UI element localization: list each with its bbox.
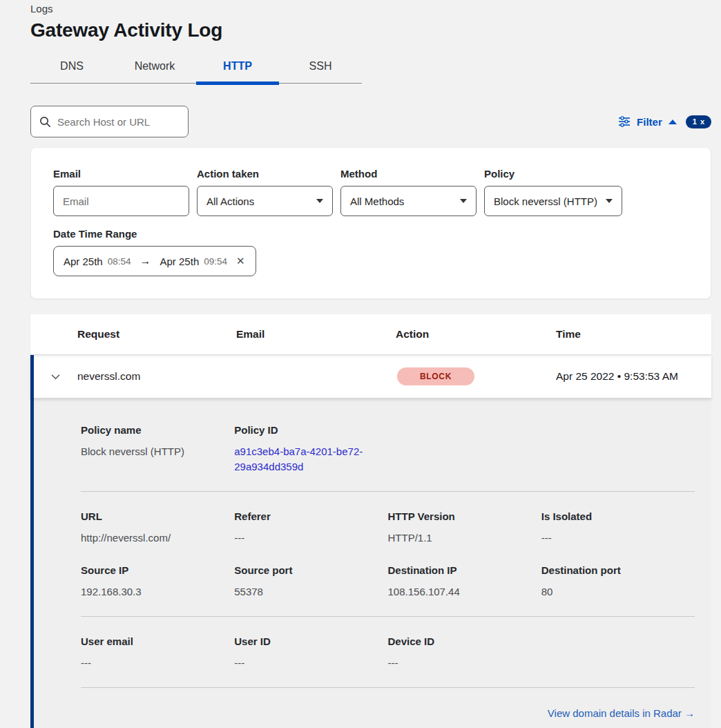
detail-field-is-isolated: Is Isolated--- xyxy=(541,510,695,546)
section-divider xyxy=(81,491,695,492)
filter-clear[interactable]: x xyxy=(700,117,704,126)
detail-value: 108.156.107.44 xyxy=(388,584,541,600)
detail-label: Source port xyxy=(234,564,387,576)
search-icon xyxy=(39,116,51,128)
radar-link[interactable]: View domain details in Radar → xyxy=(548,707,695,719)
policy-select[interactable]: Block neverssl (HTTP) xyxy=(484,186,622,216)
detail-field-user-email: User email--- xyxy=(81,635,234,671)
detail-label: Policy ID xyxy=(234,424,387,436)
detail-value: 80 xyxy=(541,584,695,600)
detail-value: --- xyxy=(541,530,695,546)
select-value: All Actions xyxy=(206,195,254,207)
page-title: Gateway Activity Log xyxy=(30,19,711,41)
detail-field-referer: Referer--- xyxy=(234,510,387,546)
filter-field-policy: PolicyBlock neverssl (HTTP) xyxy=(484,168,622,216)
date-range-label: Date Time Range xyxy=(53,228,689,240)
detail-value: Block neverssl (HTTP) xyxy=(81,444,234,459)
filter-field-email: Email xyxy=(53,168,189,216)
filter-toggle-button[interactable]: Filter 1 x xyxy=(618,115,711,128)
tab-network[interactable]: Network xyxy=(113,51,196,83)
detail-field-source-port: Source port55378 xyxy=(234,564,387,600)
date-range-field: Date Time Range Apr 25th 08:54 → Apr 25t… xyxy=(53,228,689,276)
email-field[interactable] xyxy=(63,195,180,207)
detail-value: 55378 xyxy=(234,584,387,600)
filter-panel: EmailAction takenAll ActionsMethodAll Me… xyxy=(30,147,711,299)
start-date[interactable]: Apr 25th xyxy=(64,256,103,267)
column-header-email: Email xyxy=(236,328,396,341)
detail-field-policy-id: Policy IDa91c3eb4-ba7a-4201-be72-29a934d… xyxy=(234,424,387,475)
detail-label: Source IP xyxy=(81,564,234,576)
detail-section: Policy nameBlock neverssl (HTTP)Policy I… xyxy=(81,424,695,475)
detail-label: Device ID xyxy=(388,635,541,647)
detail-value: --- xyxy=(388,655,541,671)
detail-field-destination-port: Destination port80 xyxy=(541,564,695,600)
detail-field-policy-name: Policy nameBlock neverssl (HTTP) xyxy=(81,424,234,475)
clear-date-range-icon[interactable]: ✕ xyxy=(236,255,245,267)
detail-value: 192.168.30.3 xyxy=(81,584,234,600)
select-value: Block neverssl (HTTP) xyxy=(494,195,597,207)
column-header-time: Time xyxy=(556,328,711,341)
detail-label: Is Isolated xyxy=(541,510,695,522)
detail-label: URL xyxy=(81,510,234,522)
detail-label: Destination port xyxy=(541,564,695,576)
request-host[interactable]: neverssl.com xyxy=(77,370,140,382)
filter-field-method: MethodAll Methods xyxy=(340,168,477,216)
detail-value: HTTP/1.1 xyxy=(388,530,541,546)
collapse-caret-icon[interactable] xyxy=(669,119,677,124)
radar-link-row: View domain details in Radar → xyxy=(81,707,695,720)
end-time[interactable]: 09:54 xyxy=(204,256,227,267)
filter-fields-row: EmailAction takenAll ActionsMethodAll Me… xyxy=(53,168,689,216)
chevron-down-icon xyxy=(316,199,323,203)
date-range-picker[interactable]: Apr 25th 08:54 → Apr 25th 09:54 ✕ xyxy=(53,246,256,276)
table-row[interactable]: neverssl.com BLOCK Apr 25 2022 • 9:53:53… xyxy=(30,355,711,398)
start-time[interactable]: 08:54 xyxy=(108,256,131,267)
chevron-down-icon xyxy=(460,199,467,203)
field-label: Action taken xyxy=(197,168,333,180)
filter-count-badge[interactable]: 1 x xyxy=(686,115,711,128)
section-divider xyxy=(81,687,695,688)
field-label: Policy xyxy=(484,168,622,180)
chevron-down-icon xyxy=(606,199,613,203)
range-arrow-icon: → xyxy=(140,255,151,267)
tab-ssh[interactable]: SSH xyxy=(279,51,362,83)
detail-label: HTTP Version xyxy=(388,510,541,522)
detail-sections: Policy nameBlock neverssl (HTTP)Policy I… xyxy=(81,424,695,688)
detail-section: Source IP192.168.30.3Source port55378Des… xyxy=(81,564,695,600)
detail-label: User email xyxy=(81,635,234,647)
column-header-action: Action xyxy=(396,328,556,341)
filter-count: 1 xyxy=(693,117,697,126)
detail-label: Policy name xyxy=(81,424,234,436)
detail-value: http://neverssl.com/ xyxy=(81,530,234,546)
action-taken-select[interactable]: All Actions xyxy=(197,186,333,216)
field-label: Email xyxy=(53,168,189,180)
detail-value-link[interactable]: a91c3eb4-ba7a-4201-be72-29a934dd359d xyxy=(234,444,367,475)
email-input[interactable] xyxy=(53,186,189,216)
field-label: Method xyxy=(340,168,477,180)
detail-section: User email---User ID---Device ID--- xyxy=(81,635,695,671)
section-divider xyxy=(81,616,695,617)
detail-field-url: URLhttp://neverssl.com/ xyxy=(81,510,234,546)
detail-field-device-id: Device ID--- xyxy=(388,635,541,671)
tab-http[interactable]: HTTP xyxy=(196,51,279,83)
detail-field-http-version: HTTP VersionHTTP/1.1 xyxy=(388,510,541,546)
action-block-badge: BLOCK xyxy=(397,367,474,385)
select-value: All Methods xyxy=(350,195,404,207)
search-box[interactable] xyxy=(30,106,189,137)
filter-label: Filter xyxy=(637,116,662,128)
detail-value: --- xyxy=(234,530,387,546)
chevron-down-icon[interactable] xyxy=(50,371,61,383)
page-content: Logs Gateway Activity Log DNSNetworkHTTP… xyxy=(30,0,711,728)
filter-sliders-icon xyxy=(618,116,631,127)
search-input[interactable] xyxy=(57,116,180,128)
end-date[interactable]: Apr 25th xyxy=(160,256,200,267)
detail-label: User ID xyxy=(234,635,387,647)
column-header-request: Request xyxy=(77,328,236,341)
detail-field-source-ip: Source IP192.168.30.3 xyxy=(81,564,234,600)
toolbar: Filter 1 x xyxy=(30,106,711,137)
tabs: DNSNetworkHTTPSSH xyxy=(30,51,362,84)
row-details-panel: Policy nameBlock neverssl (HTTP)Policy I… xyxy=(30,398,711,728)
breadcrumb[interactable]: Logs xyxy=(30,3,711,15)
method-select[interactable]: All Methods xyxy=(340,186,477,216)
tab-dns[interactable]: DNS xyxy=(30,51,113,83)
table-header-row: RequestEmailActionTime xyxy=(30,314,711,355)
